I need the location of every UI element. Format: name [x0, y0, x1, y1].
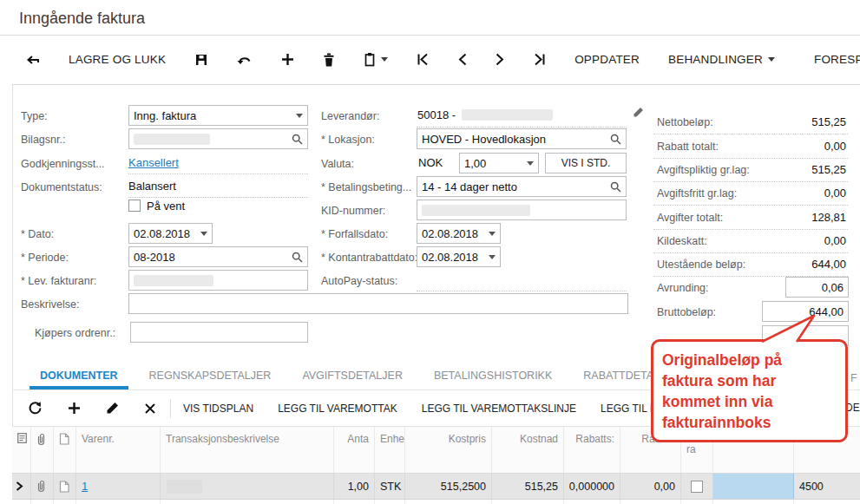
clipboard-button[interactable] — [364, 52, 388, 67]
chevron-right-icon — [496, 53, 505, 66]
cell-beskrivelse[interactable] — [161, 474, 334, 499]
cash-discount-date-input[interactable]: 02.08.2018 — [417, 246, 501, 267]
view-schedule-button[interactable]: VIS TIDSPLAN — [183, 403, 253, 415]
redacted-value — [462, 109, 553, 121]
add-receipt-line-button[interactable]: LEGG TIL VAREMOTTAKSLINJE — [422, 403, 576, 415]
location-label: * Lokasjon: — [321, 134, 375, 146]
tab-betalingshistorikk[interactable]: BETALINGSHISTORIKK — [423, 370, 562, 389]
search-icon[interactable] — [292, 252, 303, 263]
tab-clipped-fragment[interactable]: F — [850, 372, 857, 384]
grid-refresh-button[interactable] — [28, 401, 43, 416]
divider — [417, 126, 627, 128]
cell-rabattkode-selected[interactable] — [713, 474, 794, 499]
grid-add-row-button[interactable] — [68, 402, 81, 415]
header-rabattsats[interactable]: Rabatts: — [564, 427, 620, 473]
page-title: Inngående faktura — [19, 10, 145, 28]
prev-record-button[interactable] — [457, 53, 467, 66]
grid-edit-row-button[interactable] — [106, 402, 119, 415]
grid-data-row[interactable]: 1 1,00 STK 515,2500 515,25 0,000000 0,00… — [12, 474, 860, 500]
cell-manuell-rabatt[interactable] — [681, 474, 713, 499]
cell-rabattsats[interactable]: 0,000000 — [564, 474, 620, 499]
cell-konto[interactable]: 4500 — [794, 474, 860, 499]
approval-status-link[interactable]: Kansellert — [128, 156, 179, 169]
type-select[interactable]: Inng. faktura — [128, 105, 308, 126]
terms-label: * Betalingsbeting... — [321, 181, 411, 193]
header-varenr[interactable]: Varenr. — [76, 427, 161, 473]
add-receipt-button[interactable]: LEGG TIL VAREMOTTAK — [278, 403, 397, 415]
rounding-input[interactable]: 0,06 — [785, 277, 849, 298]
cell-varenr[interactable]: 1 — [76, 474, 161, 499]
net-amount-label: Nettobeløp: — [657, 116, 713, 128]
header-kostpris[interactable]: Kostpris — [405, 427, 492, 473]
plus-icon — [68, 402, 81, 415]
due-date-input[interactable]: 02.08.2018 — [417, 223, 501, 244]
vendor-value: 50018 - — [417, 108, 553, 121]
location-input[interactable]: HOVED - Hovedlokasjon — [417, 128, 627, 149]
search-icon[interactable] — [610, 134, 621, 145]
type-label: Type: — [21, 110, 48, 122]
actions-menu-button[interactable]: BEHANDLINGER — [668, 53, 775, 66]
discount-total-label: Rabatt totalt: — [657, 141, 719, 153]
first-record-button[interactable] — [417, 53, 429, 66]
chevron-left-icon — [457, 53, 467, 66]
header-beskrivelse[interactable]: Transaksjonsbeskrivelse — [161, 427, 334, 473]
description-input[interactable] — [128, 293, 628, 314]
refnbr-input[interactable] — [128, 128, 308, 149]
cash-discount-date-label: * Kontantrabattdato: — [321, 252, 417, 264]
varenr-link[interactable]: 1 — [82, 480, 88, 493]
header-kostnad[interactable]: Kostnad — [492, 427, 564, 473]
row-selector-cell — [12, 474, 31, 499]
back-button[interactable] — [24, 53, 40, 67]
period-input[interactable]: 08-2018 — [128, 246, 308, 267]
header-antall[interactable]: Anta — [334, 427, 375, 473]
cell-rabattbelop[interactable]: 0,00 — [620, 474, 681, 499]
tab-dokumenter[interactable]: DOKUMENTER — [30, 370, 128, 389]
row-attachment-cell[interactable] — [31, 474, 54, 499]
vendor-ref-input[interactable] — [128, 270, 308, 291]
on-hold-checkbox[interactable] — [128, 200, 141, 212]
tab-regnskapsdetaljer[interactable]: REGNSKAPSDETALJER — [139, 370, 282, 389]
grid-delete-row-button[interactable] — [144, 403, 156, 415]
cell-kostnad[interactable]: 515,25 — [492, 474, 564, 499]
actions-caret-icon — [768, 57, 775, 62]
terms-input[interactable]: 14 - 14 dager netto — [417, 176, 627, 197]
buyer-order-input[interactable] — [130, 322, 308, 343]
search-icon[interactable] — [610, 181, 621, 193]
net-amount-value: 515,25 — [742, 115, 846, 128]
divider — [417, 290, 627, 291]
save-icon — [194, 53, 208, 67]
header-notes-column — [12, 427, 31, 473]
refresh-document-button[interactable]: OPPDATER — [574, 53, 640, 66]
approval-status-label: Godkjenningsst... — [21, 158, 105, 170]
manual-discount-checkbox[interactable] — [691, 481, 703, 493]
inquiries-menu-button[interactable]: FORESPØRS — [814, 53, 860, 66]
trash-icon — [323, 53, 335, 67]
edit-vendor-icon[interactable] — [633, 107, 644, 118]
date-input[interactable]: 02.08.2018 — [128, 223, 213, 244]
divider — [653, 180, 848, 182]
save-button[interactable] — [194, 53, 208, 67]
undo-button[interactable] — [237, 54, 253, 66]
row-document-cell[interactable] — [54, 474, 76, 499]
header-enhet[interactable]: Enhe — [375, 427, 405, 473]
cell-enhet[interactable]: STK — [375, 474, 405, 499]
pencil-icon — [106, 402, 119, 415]
search-icon[interactable] — [292, 134, 303, 145]
next-record-button[interactable] — [496, 53, 505, 66]
last-record-icon — [534, 53, 546, 66]
cell-antall[interactable]: 1,00 — [334, 474, 375, 499]
save-and-close-button[interactable]: LAGRE OG LUKK — [69, 53, 166, 66]
view-base-button[interactable]: VIS I STD. — [545, 153, 627, 173]
last-record-button[interactable] — [534, 53, 546, 66]
delete-button[interactable] — [323, 53, 335, 67]
period-label: * Periode: — [21, 252, 69, 264]
date-label: * Dato: — [21, 228, 54, 240]
currency-rate-select[interactable]: 1,00 — [459, 153, 539, 173]
buyer-order-label: Kjøpers ordrenr.: — [35, 327, 115, 339]
cell-kostpris[interactable]: 515,2500 — [405, 474, 492, 499]
tab-avgiftsdetaljer[interactable]: AVGIFTSDETALJER — [292, 370, 413, 389]
kid-number-input[interactable] — [417, 200, 627, 220]
add-button[interactable] — [281, 53, 294, 66]
redacted-value — [134, 275, 213, 286]
annotation-callout: Originalbeløp på faktura som har kommet … — [651, 339, 848, 442]
